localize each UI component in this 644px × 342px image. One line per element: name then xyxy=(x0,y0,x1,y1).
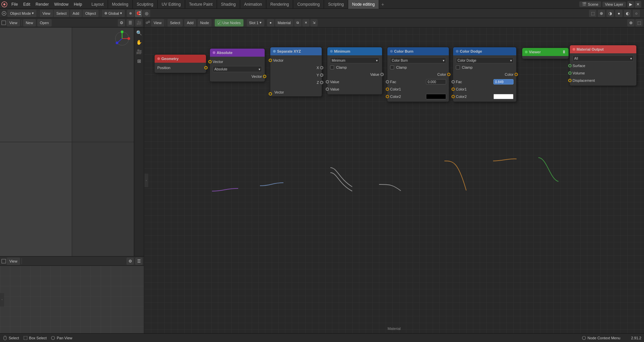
color-dodge-header[interactable]: Color Dodge xyxy=(453,47,516,55)
solid-shading-icon[interactable]: ● xyxy=(615,10,623,17)
cb-fac-value[interactable]: 0.000 xyxy=(426,79,446,84)
menu-window[interactable]: Window xyxy=(51,0,71,9)
viewport-3d[interactable]: 🔍 ✋ 🎥 ⊞ xyxy=(0,27,144,256)
material-link-icon[interactable]: ⇲ xyxy=(310,19,318,26)
node-node-btn[interactable]: Node xyxy=(198,19,212,26)
color-burn-header[interactable]: Color Burn xyxy=(387,47,449,55)
position-socket[interactable] xyxy=(204,66,208,69)
minimum-dropdown[interactable]: Minimum ▾ xyxy=(330,57,379,63)
grid-icon[interactable]: ⊞ xyxy=(135,57,143,65)
cb-color1-in[interactable] xyxy=(386,88,389,91)
tab-uv-editing[interactable]: UV Editing xyxy=(158,0,185,9)
bottom-filter-icon[interactable]: ⚙ xyxy=(126,258,134,265)
sep-y-socket[interactable] xyxy=(320,73,323,77)
sep-z-socket[interactable] xyxy=(320,81,323,84)
tab-sculpting[interactable]: Sculpting xyxy=(133,0,158,9)
cd-color-out[interactable] xyxy=(515,73,518,76)
viewport-options-icon[interactable]: ☰ xyxy=(126,19,134,26)
object-mode-selector[interactable]: Object Mode ▾ xyxy=(7,10,37,17)
mo-surface-in[interactable] xyxy=(568,64,572,67)
sep-vector-in[interactable] xyxy=(269,59,272,62)
left-collapse-arrow[interactable]: ‹ xyxy=(0,293,4,306)
min-value-out[interactable] xyxy=(380,73,384,76)
snap-icon[interactable]: ⊕ xyxy=(627,19,635,26)
cb-color2-swatch[interactable] xyxy=(426,94,446,99)
move-icon[interactable]: ✋ xyxy=(135,38,143,46)
view-btn[interactable]: View xyxy=(7,19,20,26)
use-nodes-toggle[interactable]: ✓ Use Nodes xyxy=(215,19,243,26)
render-preview-icon[interactable]: ◐ xyxy=(624,10,631,17)
tab-modeling[interactable]: Modeling xyxy=(108,0,133,9)
add-button[interactable]: Add xyxy=(70,10,82,17)
cb-color2-in[interactable] xyxy=(386,95,389,98)
new-btn[interactable]: New xyxy=(23,19,36,26)
min-clamp-checkbox[interactable] xyxy=(330,65,334,69)
close-button[interactable]: ✕ xyxy=(635,1,641,8)
min-val1-in[interactable] xyxy=(326,80,329,83)
material-ball-icon[interactable]: ● xyxy=(267,19,274,26)
transform-icon[interactable]: ⊕ xyxy=(127,10,134,17)
absolute-node-header[interactable]: Absolute xyxy=(210,49,265,57)
cd-color2-swatch[interactable] xyxy=(493,94,514,99)
viewer-header[interactable]: Viewer ⏸ xyxy=(522,48,569,56)
open-btn[interactable]: Open xyxy=(37,19,52,26)
global-selector[interactable]: ⊕ Global ▾ xyxy=(102,10,125,17)
view2-btn[interactable]: View xyxy=(7,258,20,265)
bottom-view-icon[interactable]: ☰ xyxy=(135,258,143,265)
rendered-icon[interactable]: ○ xyxy=(633,10,640,17)
minimum-header[interactable]: Minimum xyxy=(327,47,382,55)
tab-texture-paint[interactable]: Texture Paint xyxy=(185,0,217,9)
cb-fac-in[interactable] xyxy=(386,80,389,83)
node-add-btn[interactable]: Add xyxy=(184,19,196,26)
material-copy-icon[interactable]: ⧉ xyxy=(294,19,302,26)
cd-color2-in[interactable] xyxy=(451,95,455,98)
tab-layout[interactable]: Layout xyxy=(88,0,108,9)
node-select-btn[interactable]: Select xyxy=(167,19,183,26)
cd-type-dropdown[interactable]: Color Dodge ▾ xyxy=(456,57,514,63)
magnet-icon[interactable]: 🧲 xyxy=(135,10,142,17)
tab-animation[interactable]: Animation xyxy=(240,0,266,9)
material-selector[interactable]: Material xyxy=(275,19,293,26)
menu-file[interactable]: File xyxy=(9,0,20,9)
mo-target-dropdown[interactable]: All ▾ xyxy=(573,55,634,61)
menu-render[interactable]: Render xyxy=(33,0,51,9)
tab-shading[interactable]: Shading xyxy=(217,0,240,9)
geometry-node-header[interactable]: Geometry xyxy=(155,55,206,63)
absolute-vector-in-socket[interactable] xyxy=(208,60,212,63)
cb-clamp-checkbox[interactable] xyxy=(390,65,394,69)
bottom-canvas[interactable]: ‹ xyxy=(0,266,144,333)
render-button[interactable]: ▶ xyxy=(627,1,634,8)
proportional-icon[interactable]: ◎ xyxy=(143,10,150,17)
view-button[interactable]: View xyxy=(40,10,53,17)
gizmo-icon[interactable]: ⊕ xyxy=(598,10,605,17)
view-layer-selector[interactable]: View Layer xyxy=(602,2,626,7)
material-x-icon[interactable]: ✕ xyxy=(302,19,310,26)
slot-selector[interactable]: Slot 1 ▾ xyxy=(247,19,264,26)
cd-fac-value[interactable]: 0.849 xyxy=(493,79,514,84)
camera-view-icon[interactable]: 🎥 xyxy=(135,48,143,56)
node-editor-left-collapse[interactable]: ‹ xyxy=(144,174,148,187)
overlay-icon[interactable]: ⬚ xyxy=(589,10,596,17)
tab-compositing[interactable]: Compositing xyxy=(293,0,324,9)
menu-help[interactable]: Help xyxy=(71,0,85,9)
add-workspace-tab[interactable]: + xyxy=(379,1,386,8)
scene-selector[interactable]: 🎬 Scene xyxy=(579,1,601,7)
min-val2-in[interactable] xyxy=(326,88,329,91)
separate-xyz-header[interactable]: Separate XYZ xyxy=(270,47,322,55)
tab-rendering[interactable]: Rendering xyxy=(266,0,293,9)
material-output-header[interactable]: Material Output xyxy=(570,45,636,53)
tab-node-editing[interactable]: Node editing xyxy=(348,0,379,9)
sep-x-socket[interactable] xyxy=(320,66,323,69)
viewport-shading-icon[interactable]: ◑ xyxy=(606,10,614,17)
absolute-dropdown[interactable]: Absolute ▾ xyxy=(213,66,262,72)
node-view-btn[interactable]: View xyxy=(151,19,164,26)
cb-color-out[interactable] xyxy=(447,73,450,76)
cd-fac-in[interactable] xyxy=(451,80,455,83)
cd-color1-in[interactable] xyxy=(451,88,455,91)
mo-displacement-in[interactable] xyxy=(568,79,572,82)
cb-type-dropdown[interactable]: Color Burn ▾ xyxy=(390,57,446,63)
overlay-node-icon[interactable]: ⬚ xyxy=(635,19,643,26)
sep-vector-in2[interactable] xyxy=(269,92,272,96)
blender-logo[interactable] xyxy=(0,0,9,9)
absolute-vector-out-socket[interactable] xyxy=(263,75,266,78)
